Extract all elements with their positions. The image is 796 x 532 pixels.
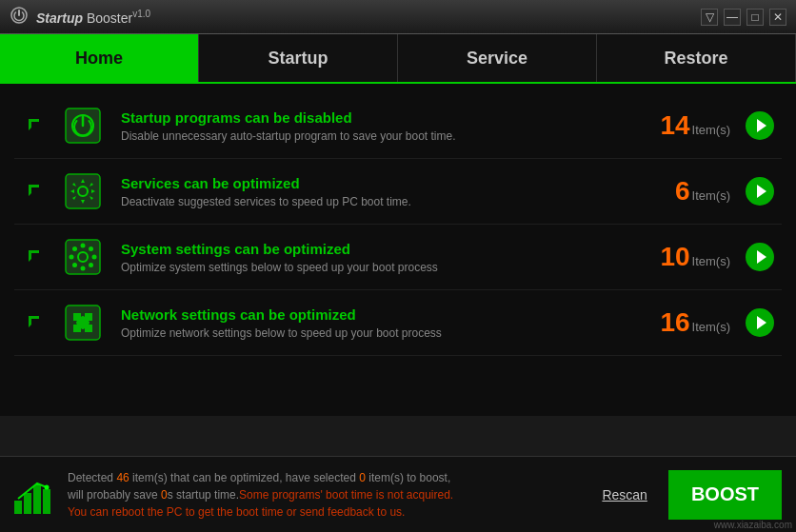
title-bar: Startup Boosterv1.0 ▽ — □ ✕	[0, 0, 796, 34]
network-count-label: Item(s)	[692, 320, 730, 336]
bottom-status-text: Detected 46 item(s) that can be optimize…	[68, 469, 581, 521]
items-optimized-text: item(s) that can be optimized, have sele…	[129, 471, 359, 484]
row-left-icon-startup	[22, 116, 49, 135]
network-text: Network settings can be optimized Optimi…	[121, 306, 635, 340]
svg-point-11	[72, 246, 77, 251]
title-bar-controls: ▽ — □ ✕	[701, 9, 786, 26]
close-button[interactable]: ✕	[769, 9, 786, 26]
svg-rect-16	[14, 501, 22, 514]
arrow-icon	[757, 316, 766, 329]
warning-text: Some programs' boot time is not acquired…	[239, 488, 453, 502]
svg-rect-17	[24, 493, 31, 514]
app-title: Startup Boosterv1.0	[36, 9, 150, 26]
svg-rect-18	[33, 485, 41, 514]
startup-count-label: Item(s)	[692, 123, 730, 139]
row-left-icon-services	[22, 182, 49, 201]
svg-rect-19	[43, 489, 50, 514]
system-desc: Optimize system settings below to speed …	[121, 261, 635, 274]
svg-point-20	[45, 484, 50, 489]
minimize-button[interactable]: —	[724, 9, 741, 26]
startup-arrow-button[interactable]	[746, 111, 774, 140]
detected-count: 46	[116, 471, 129, 484]
maximize-button[interactable]: □	[746, 9, 764, 26]
services-count-num: 6	[675, 178, 690, 205]
chart-icon	[14, 474, 56, 516]
services-count: 6 Item(s)	[635, 178, 730, 205]
system-count: 10 Item(s)	[635, 244, 730, 270]
watermark: www.xiazaiba.com	[714, 520, 792, 530]
tab-home[interactable]: Home	[0, 34, 199, 82]
services-desc: Deactivate suggested services to speed u…	[121, 195, 635, 208]
tab-startup[interactable]: Startup	[199, 34, 398, 82]
svg-point-7	[81, 244, 86, 248]
nav-bar: Home Startup Service Restore	[0, 34, 796, 84]
reboot-text: You can reboot the PC to get the boot ti…	[68, 505, 405, 519]
saved-time: 0	[161, 488, 168, 502]
services-title: Services can be optimized	[121, 175, 635, 191]
svg-point-10	[92, 255, 97, 260]
settings-icon-system	[60, 234, 106, 280]
system-text: System settings can be optimized Optimiz…	[121, 241, 635, 274]
startup-count: 14 Item(s)	[635, 112, 730, 139]
arrow-icon	[757, 119, 766, 132]
svg-point-13	[89, 246, 93, 251]
puzzle-icon-network	[60, 300, 106, 345]
network-arrow-button[interactable]	[746, 308, 774, 337]
system-count-label: Item(s)	[692, 254, 730, 270]
startup-count-num: 14	[660, 112, 689, 139]
startup-time-text: s startup time.	[168, 488, 239, 502]
network-count-num: 16	[660, 309, 689, 336]
system-count-num: 10	[660, 244, 689, 270]
services-text: Services can be optimized Deactivate sug…	[121, 175, 635, 208]
items-boost-text: item(s) to boost,	[366, 471, 450, 484]
row-left-icon-system	[22, 247, 49, 266]
arrow-icon	[757, 185, 766, 198]
bottom-bar: Detected 46 item(s) that can be optimize…	[0, 456, 796, 532]
arrow-icon	[757, 250, 766, 264]
services-arrow-button[interactable]	[746, 177, 774, 206]
startup-row[interactable]: Startup programs can be disabled Disable…	[14, 93, 782, 159]
system-arrow-button[interactable]	[746, 243, 774, 271]
title-bar-left: Startup Boosterv1.0	[10, 6, 150, 29]
svg-point-8	[81, 266, 86, 271]
boost-button[interactable]: BOOST	[668, 470, 782, 520]
row-left-icon-network	[22, 313, 49, 332]
main-content: Startup programs can be disabled Disable…	[0, 84, 796, 416]
network-title: Network settings can be optimized	[121, 306, 635, 323]
svg-point-12	[89, 263, 93, 267]
startup-text: Startup programs can be disabled Disable…	[121, 109, 635, 143]
network-row[interactable]: Network settings can be optimized Optimi…	[14, 290, 782, 356]
tab-restore[interactable]: Restore	[597, 34, 796, 82]
startup-desc: Disable unnecessary auto-startup program…	[121, 129, 635, 143]
detected-prefix: Detected	[68, 471, 116, 484]
tab-service[interactable]: Service	[398, 34, 597, 82]
network-desc: Optimize network settings below to speed…	[121, 326, 635, 340]
network-count: 16 Item(s)	[635, 309, 730, 336]
power-icon-startup	[60, 103, 106, 148]
gear-icon-services	[60, 168, 106, 214]
services-row[interactable]: Services can be optimized Deactivate sug…	[14, 159, 782, 225]
svg-point-14	[72, 263, 77, 267]
power-icon	[10, 6, 29, 29]
restore-button[interactable]: ▽	[701, 9, 718, 26]
selected-count: 0	[359, 471, 366, 484]
rescan-button[interactable]: Rescan	[592, 487, 656, 502]
system-row[interactable]: System settings can be optimized Optimiz…	[14, 225, 782, 290]
svg-point-9	[70, 255, 74, 260]
system-title: System settings can be optimized	[121, 241, 635, 257]
will-save-text: will probably save	[68, 488, 161, 502]
services-count-label: Item(s)	[692, 188, 730, 205]
startup-title: Startup programs can be disabled	[121, 109, 635, 126]
